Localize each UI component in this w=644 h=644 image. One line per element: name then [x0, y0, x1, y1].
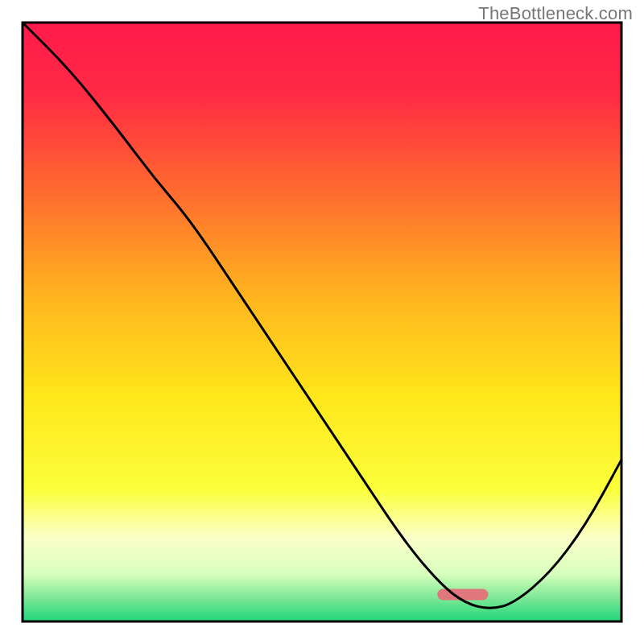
sweet-spot-marker [437, 589, 488, 601]
bottleneck-chart [0, 0, 644, 644]
watermark-text: TheBottleneck.com [478, 3, 633, 24]
plot-background [23, 23, 621, 621]
